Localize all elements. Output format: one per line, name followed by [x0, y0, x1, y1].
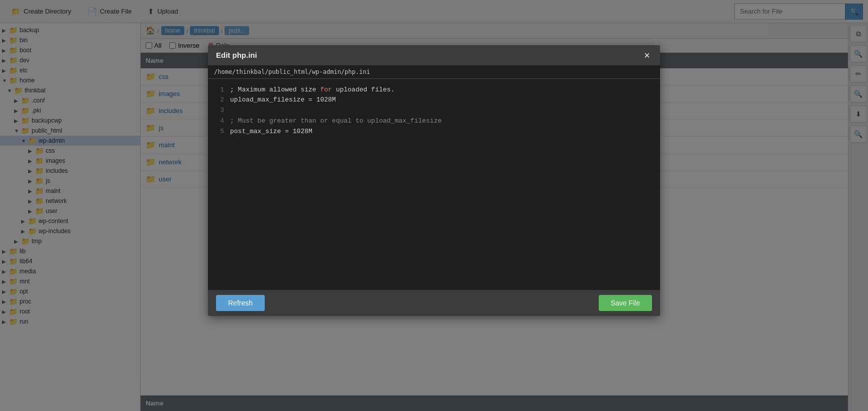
editor-line-4: 4; Must be greater than or equal to uplo… [214, 116, 654, 127]
line-num-2: 2 [214, 95, 224, 106]
line-num-4: 4 [214, 116, 224, 127]
line-num-3: 3 [214, 106, 224, 116]
modal-title: Edit php.ini [216, 51, 257, 59]
line-num-5: 5 [214, 127, 224, 137]
line-code-1: ; Maximum allowed size for uploaded file… [230, 85, 395, 95]
editor-line-5: 5post_max_size = 1028M [214, 127, 654, 137]
editor-line-2: 2upload_max_filesize = 1028M [214, 95, 654, 106]
edit-modal: Edit php.ini × /home/thinkbal/public_htm… [208, 45, 660, 316]
modal-editor[interactable]: 1; Maximum allowed size for uploaded fil… [208, 79, 660, 290]
refresh-button[interactable]: Refresh [216, 295, 265, 311]
editor-line-1: 1; Maximum allowed size for uploaded fil… [214, 85, 654, 95]
line-num-1: 1 [214, 85, 224, 95]
line-code-5: post_max_size = 1028M [230, 127, 312, 137]
modal-close-button[interactable]: × [642, 50, 652, 60]
line-code-2: upload_max_filesize = 1028M [230, 95, 336, 106]
line-code-4: ; Must be greater than or equal to uploa… [230, 116, 442, 127]
modal-footer: Refresh Save File [208, 290, 660, 316]
modal-overlay[interactable]: Edit php.ini × /home/thinkbal/public_htm… [0, 0, 868, 411]
editor-line-3: 3 [214, 106, 654, 116]
save-file-button[interactable]: Save File [599, 295, 652, 311]
modal-filepath: /home/thinkbal/public_html/wp-admin/php.… [208, 65, 660, 79]
modal-header: Edit php.ini × [208, 45, 660, 65]
